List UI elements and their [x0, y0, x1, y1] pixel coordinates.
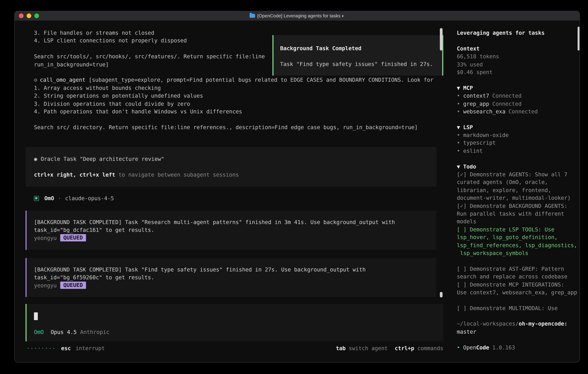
chevron-down-icon: ▼: [457, 163, 460, 170]
message-author: yeongyu: [34, 281, 57, 289]
opencode-version: •OpenCode1.0.163: [457, 343, 579, 351]
bullet-icon: •: [457, 140, 460, 146]
close-button[interactable]: [19, 13, 24, 18]
session-title: Leveraging agents for tasks: [457, 29, 579, 37]
context-heading: Context: [457, 45, 579, 52]
message-author: yeongyu: [34, 234, 57, 242]
agent-model-label: claude-opus-4-5: [65, 194, 114, 202]
status-bar: ········ esc interrupt tab switch agent …: [27, 344, 443, 353]
status-badge: QUEUED: [60, 282, 86, 289]
agent-separator: ·: [58, 194, 61, 202]
mcp-item: •websearch_exaConnected: [457, 108, 579, 115]
background-task-message: [BACKGROUND TASK COMPLETED] Task "Resear…: [25, 211, 436, 250]
ctrlp-key-hint: ctrl+p: [395, 344, 414, 352]
context-used: 33% used: [457, 61, 579, 68]
message-text: [BACKGROUND TASK COMPLETED] Task "Resear…: [34, 218, 432, 226]
oracle-shortcut: ctrl+x right, ctrl+x left: [34, 172, 115, 178]
tool-name: call_omo_agent: [40, 77, 85, 83]
agent-header: OmO · claude-opus-4-5: [34, 194, 114, 202]
prompt-input[interactable]: OmO Opus 4.5 Anthropic: [25, 304, 443, 341]
todo-item: [ ] Demonstrate AST-GREP: Pattern search…: [457, 265, 579, 280]
folder-icon: [250, 14, 255, 18]
toast-body: Task "Find type safety issues" finished …: [280, 60, 437, 68]
ctrlp-key-label: commands: [417, 344, 443, 352]
chevron-down-icon: ▼: [457, 124, 460, 130]
active-agent-label: OmO: [34, 328, 44, 336]
tool-args: [subagent_type=explore, prompt=Find pote…: [85, 77, 433, 83]
context-spent: $0.46 spent: [457, 68, 579, 76]
titlebar: [OpenCode] Leveraging agents for tasks ◐: [15, 11, 579, 21]
todo-item: [✓] Demonstrate AGENTS: Show all 7 curat…: [457, 170, 579, 202]
lsp-item: •eslint: [457, 147, 579, 155]
terminal-window: [OpenCode] Leveraging agents for tasks ◐…: [14, 11, 580, 363]
window-title: [OpenCode] Leveraging agents for tasks ◐: [257, 12, 345, 20]
log-line: 1. Array access without bounds checking: [34, 84, 443, 92]
toast-spacer: [280, 52, 437, 60]
input-model-line: OmO Opus 4.5 Anthropic: [34, 328, 110, 336]
minimize-button[interactable]: [27, 13, 31, 18]
tab-key-hint: tab: [336, 344, 346, 352]
todo-item-active: [ ] Demonstrate LSP TOOLS: Use lsp_hover…: [457, 226, 579, 257]
context-tokens: 66,518 tokens: [457, 52, 579, 60]
lsp-item: •typescript: [457, 139, 579, 147]
bullet-icon: •: [457, 93, 460, 99]
toast-title: Background Task Completed: [280, 44, 437, 52]
traffic-lights: [19, 11, 39, 21]
bullet-icon: •: [457, 101, 460, 107]
todo-item: [✓] Demonstrate BACKGROUND AGENTS: Run p…: [457, 202, 579, 226]
oracle-title: Oracle Task "Deep architecture review": [41, 156, 164, 162]
lsp-item: •markdown-oxide: [457, 131, 579, 139]
provider-label: Anthropic: [80, 328, 109, 336]
esc-key-hint: esc: [61, 344, 71, 352]
status-badge: QUEUED: [60, 234, 86, 242]
workspace-path: ~/local-workspaces/oh-my-opencode:: [457, 320, 579, 328]
oracle-icon: ◉: [34, 156, 37, 162]
chevron-down-icon: ▼: [457, 85, 460, 91]
session-sidebar: Leveraging agents for tasks Context 66,5…: [457, 29, 579, 351]
todo-section-header[interactable]: ▼Todo: [457, 163, 579, 170]
message-text: task_id="bg_6f59260c" to get results.: [34, 274, 432, 281]
text-cursor: [34, 312, 38, 320]
message-text: [BACKGROUND TASK COMPLETED] Task "Find t…: [34, 266, 432, 273]
mcp-item: •context7Connected: [457, 92, 579, 100]
bullet-icon: •: [457, 148, 460, 154]
gear-icon: ⚙: [34, 77, 37, 83]
workspace-branch: master: [457, 328, 579, 335]
lsp-section-header[interactable]: ▼LSP: [457, 123, 579, 131]
agent-name-label: OmO: [44, 194, 54, 202]
maximize-button[interactable]: [34, 13, 39, 18]
statusbar-right: tab switch agent ctrl+p commands: [336, 344, 443, 352]
todo-item: [ ] Demonstrate MULTIMODAL: Use: [457, 304, 579, 312]
tab-key-label: switch agent: [349, 344, 388, 352]
main-scrollbar-thumb-bottom[interactable]: [440, 292, 443, 297]
log-line: [34, 115, 443, 123]
bullet-icon: •: [457, 108, 460, 114]
log-line: 3. Division operations that could divide…: [34, 100, 443, 107]
oracle-spacer: [34, 163, 428, 171]
model-label: Opus 4.5: [51, 328, 77, 336]
background-task-toast: Background Task Completed Task "Find typ…: [273, 35, 443, 76]
todo-item: [ ] Demonstrate MCP INTEGRATIONS: Use co…: [457, 280, 579, 296]
screen: [OpenCode] Leveraging agents for tasks ◐…: [0, 0, 588, 374]
log-line: 2. String operations on potentially unde…: [34, 92, 443, 100]
message-text: task_id="bg_dcfac161" to get results.: [34, 226, 432, 234]
background-task-message: [BACKGROUND TASK COMPLETED] Task "Find t…: [25, 258, 436, 297]
bullet-icon: •: [457, 132, 460, 138]
window-title-wrap: [OpenCode] Leveraging agents for tasks ◐: [250, 12, 345, 20]
tool-call-line: ⚙call_omo_agent [subagent_type=explore, …: [34, 76, 443, 84]
log-line: Search src/ directory. Return specific f…: [34, 123, 443, 131]
mcp-section-header[interactable]: ▼MCP: [457, 84, 579, 92]
sidebar-scrollbar-thumb[interactable]: [578, 27, 579, 51]
oracle-task-panel: ◉Oracle Task "Deep architecture review" …: [25, 147, 436, 187]
log-line: 4. Path operations that don't handle Win…: [34, 108, 443, 115]
bullet-icon: •: [457, 344, 460, 350]
oracle-hint: to navigate between subagent sessions: [115, 172, 239, 178]
mcp-item: •grep_appConnected: [457, 100, 579, 107]
esc-key-label: interrupt: [75, 344, 105, 352]
main-scrollbar-thumb[interactable]: [440, 28, 443, 51]
statusbar-left: ········ esc interrupt: [27, 344, 105, 352]
agent-checkbox-icon: [34, 196, 39, 201]
spinner-dots-icon: ········: [27, 344, 56, 352]
